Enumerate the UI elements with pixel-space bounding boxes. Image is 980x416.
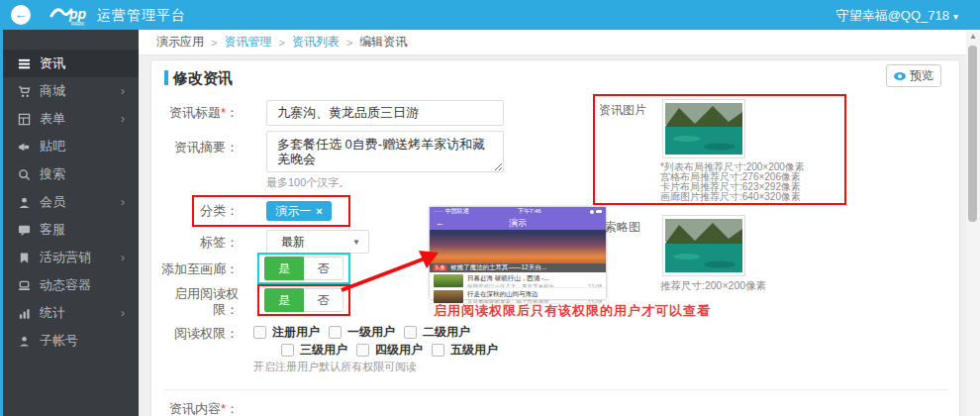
perm-level1: 一级用户 [329,324,395,341]
breadcrumb-sep: > [211,37,217,49]
phone-nav-bar: ← 演示 [430,216,606,230]
chat-icon [18,224,31,237]
preview-button[interactable]: 预览 [886,64,941,87]
news-image-size-hints: *列表布局推荐尺寸:200×200像素 宫格布局推荐尺寸:276×206像素 卡… [660,162,805,202]
news-summary-textarea[interactable]: 多套餐任选 0自费-赠送烤羊家访和藏羌晚会 [266,131,504,172]
phone-banner-caption: 头条 被施了魔法的土耳其——12天自... [430,263,606,272]
news-title-label: 资讯标题*： [155,105,239,121]
breadcrumb-news-manage[interactable]: 资讯管理 [224,34,271,51]
lake-photo [665,102,742,156]
checkbox[interactable] [404,326,417,339]
sidebar-item-search[interactable]: 搜索 [0,160,139,188]
chevron-right-icon: › [121,112,125,126]
sidebar-item-label: 活动营销 [40,249,91,266]
breadcrumb-news-list[interactable]: 资讯列表 [292,34,340,51]
sidebar-item-tieba[interactable]: 贴吧 [0,133,139,160]
section-divider [164,389,948,390]
battery-icon [596,210,602,213]
sidebar-item-label: 资讯 [40,54,65,72]
gallery-label: 添加至画廊： [155,261,239,277]
sidebar-item-mall[interactable]: 商城 › [0,77,139,105]
phone-status-icons [590,210,602,214]
phone-banner-image [430,230,606,263]
back-button[interactable]: ← [11,5,31,25]
phone-preview-image: ····· 中国联通 下午7:46 ← 演示 头条 被施了魔法的土耳其——12天… [430,207,606,299]
lake-photo [665,218,742,273]
phone-list-item: 日暮赶海 破晓行山，西浦 -... 假期里可以小住几天，享受下乡村生...12-… [430,272,606,288]
tag-select[interactable]: 最新 ▼ [266,230,369,254]
subaccount-icon [18,335,31,348]
perm-level5: 五级用户 [432,342,498,359]
read-yes-button[interactable]: 是 [264,288,304,312]
permissions-label: 阅读权限： [155,326,239,342]
phone-status-bar: ····· 中国联通 下午7:46 [430,207,606,216]
chevron-right-icon: › [121,84,125,98]
edit-news-panel: 修改资讯 预览 资讯标题*： 资讯摘要： 多套餐任选 0自费-赠送烤羊家访和藏羌… [150,59,960,416]
news-title-input[interactable] [266,100,504,126]
sidebar-item-marketing[interactable]: 活动营销 › [0,244,139,271]
chevron-down-icon: ▾ [953,11,958,22]
sidebar-item-label: 子帐号 [40,332,78,350]
topbar: ← pp PARK 运营管理平台 守望幸福@QQ_718▾ [0,0,980,30]
arrow-left-icon: ← [15,7,28,22]
sidebar-item-label: 搜索 [40,165,65,183]
sidebar-item-label: 统计 [40,304,65,322]
chevron-right-icon: › [121,195,125,209]
sidebar-item-forms[interactable]: 表单 › [0,105,139,133]
select-caret-icon: ▼ [352,238,360,247]
breadcrumb: 演示应用 > 资讯管理 > 资讯列表 > 编辑资讯 [139,30,980,55]
perm-level4: 四级用户 [356,342,423,359]
phone-nav-title: 演示 [509,217,527,230]
sidebar-item-service[interactable]: 客服 [0,216,139,244]
sidebar-item-label: 表单 [40,110,65,128]
banner-tag: 头条 [433,264,447,271]
sidebar-item-subaccount[interactable]: 子帐号 [0,327,139,355]
checkbox[interactable] [432,344,444,357]
list-item-thumb [434,274,463,287]
checkbox[interactable] [329,326,342,339]
frame-left-line [0,0,3,416]
permissions-hint: 开启注册用户默认所有权限可阅读 [253,360,417,374]
checkbox[interactable] [253,326,266,339]
checkbox[interactable] [356,344,369,357]
breadcrumb-sep: > [278,37,284,49]
perm-level3: 三级用户 [281,342,347,359]
news-summary-label: 资讯摘要： [155,140,239,156]
sidebar-item-members[interactable]: 会员 › [0,188,139,216]
remove-tag-icon[interactable]: × [316,205,322,217]
sidebar-item-container[interactable]: 动态容器 [0,271,139,299]
read-toggle-label: 启用阅读权限： [155,286,239,318]
perm-registered: 注册用户 [253,324,320,341]
news-content-label: 资讯内容*： [155,401,239,416]
category-label: 分类： [155,203,239,219]
sidebar-item-label: 会员 [40,193,65,211]
search-thumb-hint: 推荐尺寸:200×200像素 [660,280,766,290]
sidebar: 资讯 商城 › 表单 › 贴吧 搜索 会员 › 客服 活动营销 › 动态容器 统… [0,30,139,416]
gallery-toggle: 是 否 [264,257,343,280]
read-no-button[interactable]: 否 [304,288,343,312]
read-permission-note: 启用阅读权限后只有该权限的用户才可以查看 [434,302,711,320]
news-image-label: 资讯图片 [599,102,646,119]
checkbox[interactable] [281,344,294,357]
search-thumbnail[interactable] [662,215,745,276]
scroll-up-icon[interactable]: ▲ [966,32,980,41]
gallery-no-button[interactable]: 否 [304,257,343,280]
sidebar-item-news[interactable]: 资讯 [0,50,139,77]
gallery-yes-button[interactable]: 是 [264,257,304,280]
tag-label: 标签： [155,235,239,251]
phone-time: 下午7:46 [518,207,541,216]
apppark-logo: pp PARK [49,2,93,32]
category-tag: 演示一 × [266,201,332,221]
megaphone-icon [18,141,31,154]
sidebar-item-label: 商城 [40,82,65,100]
user-menu[interactable]: 守望幸福@QQ_718▾ [836,7,958,25]
platform-title: 运营管理平台 [97,7,186,25]
bar-chart-icon [18,307,31,320]
scrollbar-thumb[interactable] [968,46,977,222]
chevron-right-icon: › [121,251,125,264]
scrollbar[interactable]: ▲ [966,30,980,416]
sidebar-item-stats[interactable]: 统计 › [0,299,139,327]
news-image-thumbnail[interactable] [662,99,745,158]
bookmark-icon [18,252,31,264]
svg-text:PARK: PARK [71,21,85,27]
